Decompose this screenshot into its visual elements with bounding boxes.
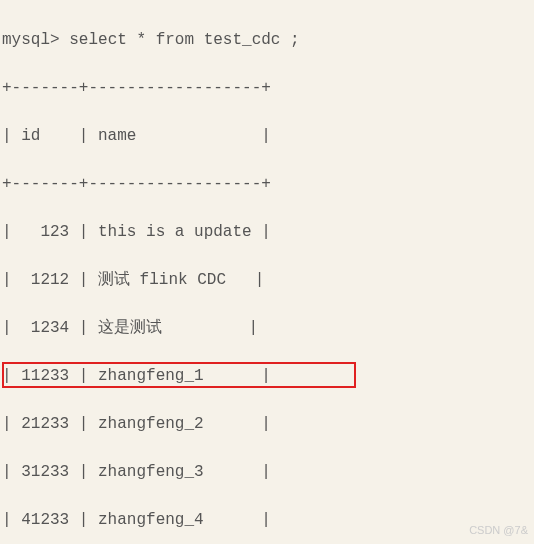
mysql-terminal: mysql> select * from test_cdc ; +-------… xyxy=(0,0,534,544)
table-row: | 1234 | 这是测试 | xyxy=(2,316,532,340)
table-border-mid: +-------+------------------+ xyxy=(2,172,532,196)
sql-query: select * from test_cdc ; xyxy=(69,31,299,49)
watermark: CSDN @7& xyxy=(469,522,528,539)
table-row: | 123 | this is a update | xyxy=(2,220,532,244)
table-row: | 31233 | zhangfeng_3 | xyxy=(2,460,532,484)
table-row: | 1212 | 测试 flink CDC | xyxy=(2,268,532,292)
table-header: | id | name | xyxy=(2,124,532,148)
table-border-top: +-------+------------------+ xyxy=(2,76,532,100)
table-row: | 41233 | zhangfeng_4 | xyxy=(2,508,532,532)
query-line: mysql> select * from test_cdc ; xyxy=(2,28,532,52)
mysql-prompt: mysql> xyxy=(2,31,69,49)
table-row: | 21233 | zhangfeng_2 | xyxy=(2,412,532,436)
table-row: | 11233 | zhangfeng_1 | xyxy=(2,364,532,388)
